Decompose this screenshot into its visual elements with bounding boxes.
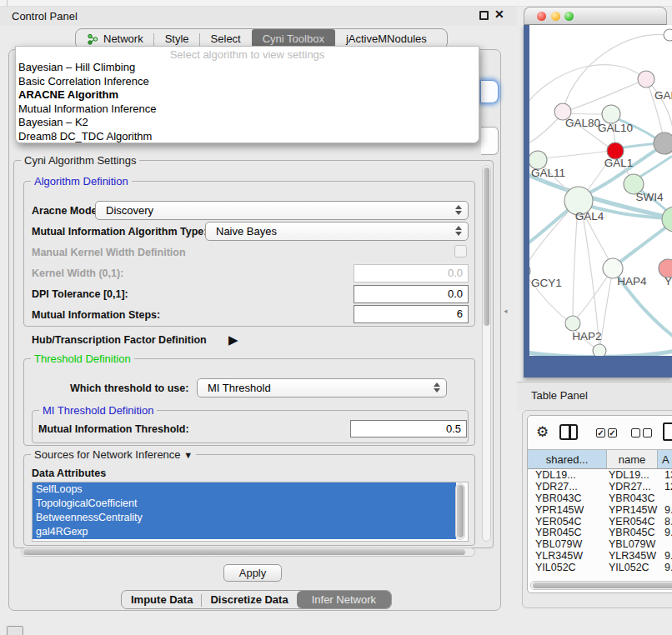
deselect-all-checkbox-icon[interactable] xyxy=(631,428,640,438)
table-row[interactable]: YLR345WYLR345W9. xyxy=(528,551,672,562)
attribute-item-gal4rgexp[interactable]: gal4RGexp xyxy=(33,525,456,539)
aracne-mode-combobox[interactable]: Discovery xyxy=(95,201,469,220)
column-header-shared-name[interactable]: shared... xyxy=(528,450,607,468)
panel-divider-grip[interactable]: ◂ xyxy=(504,307,510,315)
attributes-list-scrollbar[interactable] xyxy=(455,483,465,540)
network-window-titlebar[interactable] xyxy=(524,7,667,25)
settings-horizontal-scrollbar[interactable] xyxy=(21,548,475,557)
algorithm-option-mutual-information[interactable]: Mutual Information Inference xyxy=(16,102,479,117)
column-header-third[interactable]: A xyxy=(658,450,672,468)
table-row[interactable]: YIL052CYIL052C9. xyxy=(528,562,672,572)
algorithm-option-bayesian-k2[interactable]: Bayesian – K2 xyxy=(16,116,479,130)
apply-button[interactable]: Apply xyxy=(223,564,282,582)
attribute-item-selfloops[interactable]: SelfLoops xyxy=(33,482,456,497)
algorithm-combobox-focused-edge[interactable] xyxy=(480,80,499,103)
settings-horizontal-scrollbar-thumb[interactable] xyxy=(23,549,465,555)
algorithm-option-bayesian-hill-climbing[interactable]: Bayesian – Hill Climbing xyxy=(16,61,479,75)
network-node[interactable] xyxy=(593,344,606,356)
dpi-tolerance-field[interactable]: 0.0 xyxy=(354,285,469,303)
tab-discretize-data[interactable]: Discretize Data xyxy=(202,591,296,608)
mi-algorithm-type-combobox[interactable]: Naive Bayes xyxy=(205,222,469,241)
mi-threshold-label: Mutual Information Threshold: xyxy=(38,423,189,435)
table-horizontal-scrollbar[interactable] xyxy=(530,581,672,590)
network-node-label: SWI4 xyxy=(635,191,663,203)
network-node[interactable] xyxy=(664,29,672,41)
table-rows: YDL19...YDL19...13 YDR27...YDR27...12 YB… xyxy=(528,470,672,572)
table-row[interactable]: YBR045CYBR045C9. xyxy=(528,528,672,539)
table-row[interactable]: YDL19...YDL19...13 xyxy=(528,470,672,482)
cell-name: YDL19... xyxy=(607,470,660,482)
data-attributes-list[interactable]: SelfLoops TopologicalCoefficient Between… xyxy=(32,482,469,542)
tab-impute-data[interactable]: Impute Data xyxy=(122,591,202,608)
network-canvas[interactable]: GALGAL80GAL10GAL1GAL11SWI4GAL4HAP4YGCY1H… xyxy=(529,25,672,356)
combobox-spinner-icon xyxy=(455,226,462,236)
network-node[interactable] xyxy=(565,316,580,331)
algorithm-option-dream8[interactable]: Dream8 DC_TDC Algorithm xyxy=(16,130,479,143)
app-top-strip xyxy=(0,0,672,7)
settings-group-title: Cyni Algorithm Settings xyxy=(21,154,139,167)
table-row[interactable]: YER054CYER054C8. xyxy=(528,517,672,528)
settings-vertical-scrollbar-thumb[interactable] xyxy=(484,168,489,326)
docked-panel-icon[interactable] xyxy=(7,626,23,635)
dpi-tolerance-label: DPI Tolerance [0,1]: xyxy=(32,288,128,300)
deselect-all-checkbox-icon2[interactable] xyxy=(643,428,652,438)
manual-kernel-width-checkbox[interactable] xyxy=(454,245,467,258)
sources-collapse-icon[interactable]: ▼ xyxy=(183,450,193,460)
attribute-item-betweennesscentrality[interactable]: BetweennessCentrality xyxy=(33,511,456,525)
mi-threshold-field[interactable]: 0.5 xyxy=(350,420,467,438)
network-node[interactable] xyxy=(654,132,672,154)
aracne-mode-label: Aracne Mode: xyxy=(32,205,101,217)
attributes-list-scrollbar-thumb[interactable] xyxy=(457,485,464,538)
window-close-icon[interactable] xyxy=(537,12,546,21)
tab-style-label: Style xyxy=(165,32,189,45)
window-zoom-icon[interactable] xyxy=(564,12,574,21)
kernel-width-field[interactable]: 0.0 xyxy=(354,264,469,282)
network-edge xyxy=(542,151,610,158)
cell-value: 9. xyxy=(660,528,672,539)
table-row[interactable]: YBR043CYBR043C xyxy=(528,493,672,505)
control-panel-title: Control Panel xyxy=(12,10,78,22)
algorithm-option-basic-correlation[interactable]: Basic Correlation Inference xyxy=(16,75,479,89)
close-panel-icon[interactable]: ✕ xyxy=(494,8,504,21)
table-column-layout-icon[interactable] xyxy=(559,424,578,440)
table-horizontal-scrollbar-thumb[interactable] xyxy=(533,582,672,588)
table-settings-gear-icon[interactable]: ⚙ xyxy=(536,423,549,440)
network-canvas-svg: GALGAL80GAL10GAL1GAL11SWI4GAL4HAP4YGCY1H… xyxy=(529,25,672,356)
hub-expand-icon[interactable]: ▶ xyxy=(228,332,238,348)
table-row[interactable]: YBL079WYBL079W xyxy=(528,539,672,551)
manual-kernel-width-label: Manual Kernel Width Definition xyxy=(32,247,186,258)
network-node-label: GAL80 xyxy=(565,117,600,129)
tab-network-label: Network xyxy=(103,32,143,45)
select-all-checkbox-icon2[interactable]: ✓ xyxy=(608,428,617,438)
network-node-label: GAL11 xyxy=(531,167,565,179)
window-minimize-icon[interactable] xyxy=(551,12,560,21)
which-threshold-combobox[interactable]: MI Threshold xyxy=(197,378,447,398)
float-panel-icon[interactable] xyxy=(479,11,489,20)
cell-value: 12 xyxy=(660,482,672,493)
cell-value: 9. xyxy=(660,562,672,572)
network-node[interactable] xyxy=(529,263,530,278)
algorithm-option-aracne[interactable]: ARACNE Algorithm xyxy=(16,88,479,102)
cell-name: YDR27... xyxy=(607,482,660,493)
cell-name: YER054C xyxy=(607,517,660,528)
mi-steps-field[interactable]: 6 xyxy=(354,305,469,323)
settings-vertical-scrollbar[interactable] xyxy=(482,165,491,542)
tab-jactivemnodules-label: jActiveMNodules xyxy=(346,32,427,45)
cell-value: 9. xyxy=(660,551,672,562)
table-row[interactable]: YDR27...YDR27...12 xyxy=(528,482,672,493)
network-node-label: GAL10 xyxy=(598,122,633,134)
column-header-name[interactable]: name xyxy=(607,450,658,468)
select-all-checkbox-icon[interactable]: ✓ xyxy=(596,428,605,438)
tab-infer-network[interactable]: Infer Network xyxy=(297,591,391,608)
mi-steps-label: Mutual Information Steps: xyxy=(32,309,160,321)
table-row[interactable]: YPR145WYPR145W9. xyxy=(528,505,672,517)
cyni-bottom-tabstrip: Impute Data Discretize Data Infer Networ… xyxy=(121,590,392,609)
control-panel-titlebar xyxy=(0,7,517,26)
network-node[interactable] xyxy=(602,105,620,123)
network-node[interactable] xyxy=(638,71,654,88)
network-node-label: GAL1 xyxy=(604,157,634,169)
attribute-item-topologicalcoefficient[interactable]: TopologicalCoefficient xyxy=(33,497,456,511)
cell-name: YPR145W xyxy=(607,505,660,517)
table-function-icon[interactable] xyxy=(663,422,672,441)
network-edge xyxy=(646,79,664,138)
